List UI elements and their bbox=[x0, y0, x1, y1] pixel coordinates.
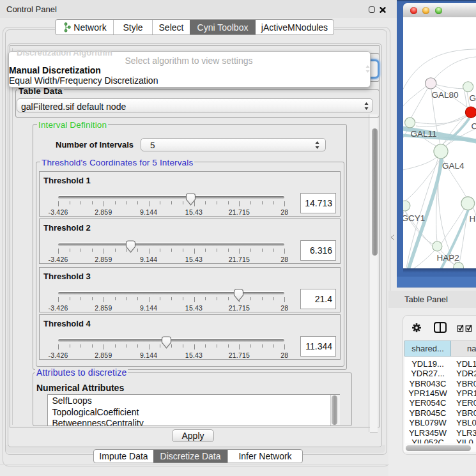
svg-text:C: C bbox=[472, 121, 476, 131]
svg-text:GAL80: GAL80 bbox=[432, 90, 459, 100]
svg-text:GA: GA bbox=[470, 93, 476, 103]
svg-text:GCY1: GCY1 bbox=[403, 213, 425, 223]
svg-text:GAL4: GAL4 bbox=[442, 161, 464, 171]
svg-text:GAL11: GAL11 bbox=[411, 129, 437, 139]
svg-text:H: H bbox=[470, 214, 476, 224]
svg-text:HAP2: HAP2 bbox=[437, 253, 459, 263]
